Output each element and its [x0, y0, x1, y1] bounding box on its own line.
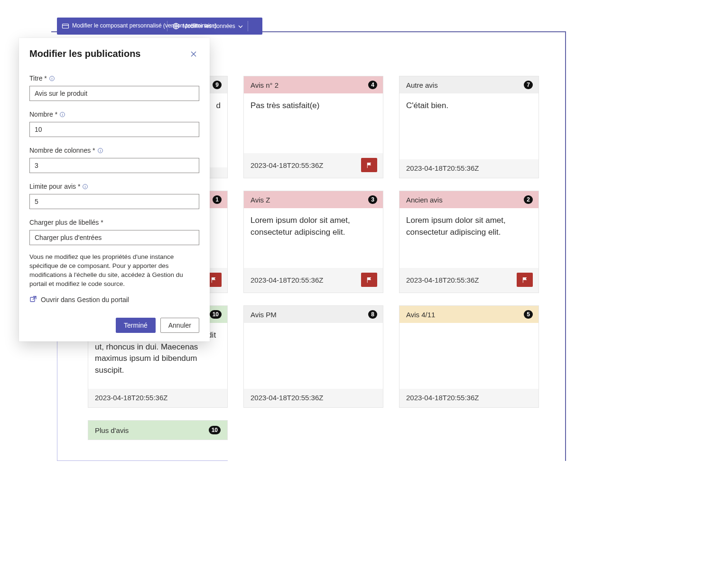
card-footer: 2023-04-18T20:55:36Z — [399, 389, 539, 407]
card-badge: 9 — [213, 81, 222, 89]
card-header: Plus d'avis 10 — [88, 421, 227, 440]
card-header: Ancien avis 2 — [399, 191, 539, 208]
card-timestamp: 2023-04-18T20:55:36Z — [251, 276, 323, 284]
done-button-label: Terminé — [124, 322, 148, 329]
card-header: Avis Z 3 — [244, 191, 383, 208]
svg-rect-21 — [30, 297, 35, 302]
svg-point-20 — [85, 185, 85, 186]
review-card[interactable]: Avis Z 3 Lorem ipsum dolor sit amet, con… — [243, 191, 383, 293]
card-badge: 8 — [368, 310, 377, 319]
card-footer: 2023-04-18T20:55:36Z — [399, 268, 539, 293]
card-header: Autre avis 7 — [399, 76, 539, 93]
card-badge: 7 — [524, 81, 533, 89]
card-badge: 3 — [368, 195, 377, 204]
toolbar-overflow-button[interactable] — [248, 18, 262, 35]
limite-input[interactable] — [29, 194, 199, 209]
edit-publications-dialog: Modifier les publications Titre * Nombre… — [19, 38, 210, 341]
card-body — [244, 323, 383, 389]
card-title: Avis Z — [251, 196, 270, 204]
info-icon[interactable] — [82, 183, 88, 190]
review-card[interactable]: Avis 4/11 5 2023-04-18T20:55:36Z — [399, 305, 539, 408]
charger-input[interactable] — [29, 230, 199, 245]
field-charger: Charger plus de libellés * — [29, 219, 199, 245]
card-timestamp: 2023-04-18T20:55:36Z — [406, 164, 479, 172]
field-colonnes: Nombre de colonnes * — [29, 147, 199, 173]
nombre-input[interactable] — [29, 122, 199, 137]
card-body: Lorem ipsum dolor sit amet, consectetur … — [244, 208, 383, 268]
card-footer: 2023-04-18T20:55:36Z — [244, 268, 383, 293]
card-timestamp: 2023-04-18T20:55:36Z — [95, 394, 167, 402]
card-title: Ancien avis — [406, 196, 443, 204]
flag-button[interactable] — [361, 158, 377, 172]
cancel-button[interactable]: Annuler — [160, 318, 199, 333]
editor-toolbar: Modifier le composant personnalisé (vers… — [57, 18, 262, 35]
card-badge: 4 — [368, 81, 377, 89]
flag-button[interactable] — [517, 273, 533, 287]
card-timestamp: 2023-04-18T20:55:36Z — [406, 394, 479, 402]
card-body — [399, 323, 539, 389]
card-footer: 2023-04-18T20:55:36Z — [244, 389, 383, 407]
card-badge: 10 — [210, 310, 222, 319]
field-nombre: Nombre * — [29, 110, 199, 137]
edit-component-label: Modifier le composant personnalisé (vers… — [72, 23, 162, 29]
card-badge: 10 — [209, 426, 221, 434]
card-footer: 2023-04-18T20:55:36Z — [88, 389, 227, 407]
cancel-button-label: Annuler — [168, 322, 191, 329]
review-card[interactable]: Autre avis 7 C'était bien. 2023-04-18T20… — [399, 76, 539, 178]
card-title: Plus d'avis — [95, 426, 129, 434]
field-titre: Titre * — [29, 74, 199, 101]
edit-component-button[interactable]: Modifier le composant personnalisé (vers… — [57, 18, 167, 35]
edit-data-button[interactable]: Modifier les données — [167, 18, 248, 35]
card-header: Avis 4/11 5 — [399, 306, 539, 323]
card-header: Avis n° 2 4 — [244, 76, 383, 93]
card-title: Avis n° 2 — [251, 81, 279, 89]
card-header: Avis PM 8 — [244, 306, 383, 323]
card-title: Avis 4/11 — [406, 311, 435, 319]
dialog-note: Vous ne modifiez que les propriétés d'un… — [29, 253, 199, 289]
info-icon[interactable] — [49, 74, 55, 82]
card-footer: 2023-04-18T20:55:36Z — [399, 159, 539, 178]
external-link-icon — [29, 295, 37, 304]
load-more-card[interactable]: Plus d'avis 10 — [88, 420, 228, 440]
data-icon — [172, 22, 180, 30]
info-icon[interactable] — [59, 110, 65, 118]
svg-rect-0 — [63, 24, 69, 28]
field-limite: Limite pour avis * — [29, 183, 199, 209]
svg-point-14 — [62, 113, 63, 114]
chevron-down-icon — [238, 24, 243, 28]
field-label: Limite pour avis * — [29, 183, 80, 190]
card-timestamp: 2023-04-18T20:55:36Z — [406, 276, 479, 284]
field-label: Nombre * — [29, 110, 57, 118]
field-label: Charger plus de libellés * — [29, 219, 103, 226]
card-body: Lorem ipsum dolor sit amet, consectetur … — [399, 208, 539, 268]
review-card[interactable]: Avis n° 2 4 Pas très satisfait(e) 2023-0… — [243, 76, 383, 178]
review-card[interactable]: Ancien avis 2 Lorem ipsum dolor sit amet… — [399, 191, 539, 293]
open-portal-label: Ouvrir dans Gestion du portail — [41, 296, 129, 303]
card-badge: 2 — [524, 195, 533, 204]
card-title: Avis PM — [251, 311, 277, 319]
card-body: Pas très satisfait(e) — [244, 93, 383, 153]
card-timestamp: 2023-04-18T20:55:36Z — [251, 394, 323, 402]
card-title: Autre avis — [406, 81, 438, 89]
component-icon — [62, 22, 69, 30]
svg-point-17 — [100, 149, 101, 150]
dialog-close-button[interactable] — [188, 48, 199, 61]
open-portal-link[interactable]: Ouvrir dans Gestion du portail — [29, 295, 199, 304]
card-badge: 5 — [524, 310, 533, 319]
close-icon — [190, 52, 197, 59]
titre-input[interactable] — [29, 86, 199, 101]
field-label: Titre * — [29, 74, 47, 82]
field-label: Nombre de colonnes * — [29, 147, 95, 154]
card-badge: 1 — [213, 195, 222, 204]
review-card[interactable]: Avis PM 8 2023-04-18T20:55:36Z — [243, 305, 383, 408]
done-button[interactable]: Terminé — [116, 318, 156, 333]
svg-point-11 — [52, 77, 52, 78]
colonnes-input[interactable] — [29, 158, 199, 173]
dialog-title: Modifier les publications — [29, 48, 140, 59]
card-body: C'était bien. — [399, 93, 539, 159]
card-timestamp: 2023-04-18T20:55:36Z — [251, 161, 323, 169]
card-footer: 2023-04-18T20:55:36Z — [244, 153, 383, 178]
info-icon[interactable] — [97, 147, 103, 154]
flag-button[interactable] — [361, 273, 377, 287]
edit-data-label: Modifier les données — [183, 23, 235, 29]
